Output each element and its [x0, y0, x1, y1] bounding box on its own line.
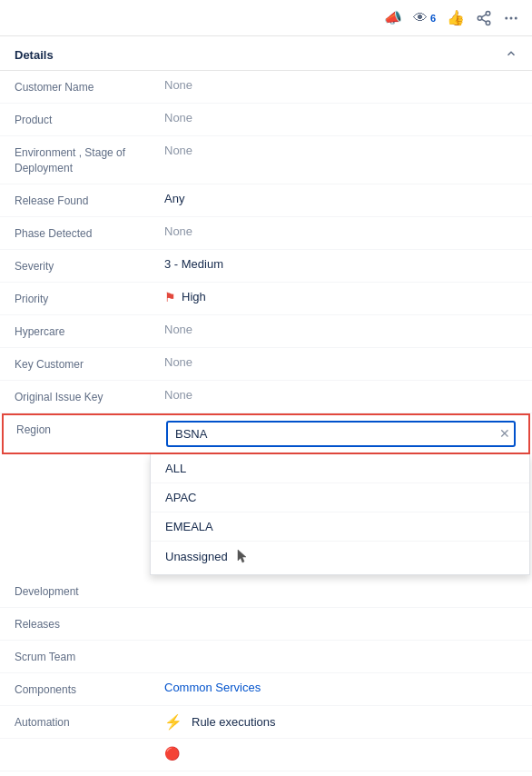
field-priority: Priority ⚑ High	[0, 283, 532, 315]
svg-line-3	[481, 19, 486, 22]
lightning-icon: ⚡	[164, 713, 182, 731]
svg-point-5	[505, 16, 507, 19]
value-components[interactable]: Common Services	[164, 681, 517, 694]
svg-point-2	[486, 21, 490, 25]
field-phase-detected: Phase Detected None	[0, 217, 532, 250]
field-release-found: Release Found Any	[0, 184, 532, 217]
field-environment: Environment , Stage of Deployment None	[0, 136, 532, 184]
field-customer-name: Customer Name None	[0, 71, 532, 104]
value-hypercare[interactable]: None	[164, 323, 517, 336]
svg-line-4	[481, 14, 486, 16]
label-hypercare: Hypercare	[15, 323, 164, 340]
value-last: 🔴	[164, 746, 517, 761]
region-input-wrapper: ✕	[166, 421, 516, 447]
label-environment: Environment , Stage of Deployment	[15, 144, 164, 176]
field-development: Development	[0, 575, 532, 608]
field-components: Components Common Services	[0, 673, 532, 706]
label-automation: Automation	[15, 713, 164, 731]
priority-flag-icon: ⚑	[164, 290, 176, 304]
value-priority[interactable]: ⚑ High	[164, 290, 517, 304]
priority-text: High	[182, 290, 206, 303]
label-components: Components	[15, 681, 164, 698]
label-key-customer: Key Customer	[15, 355, 164, 373]
label-phase-detected: Phase Detected	[15, 224, 164, 242]
cursor-pointer-icon	[234, 549, 249, 567]
value-product[interactable]: None	[164, 111, 517, 124]
field-region: Region ✕	[2, 413, 530, 454]
field-last: 🔴	[0, 739, 532, 771]
value-original-issue-key[interactable]: None	[164, 388, 517, 402]
region-dropdown: ALL APAC EMEALA Unassigned	[150, 454, 530, 575]
label-original-issue-key: Original Issue Key	[15, 388, 164, 405]
value-severity[interactable]: 3 - Medium	[164, 257, 517, 271]
label-severity: Severity	[15, 257, 164, 274]
label-development: Development	[15, 582, 164, 600]
field-key-customer: Key Customer None	[0, 348, 532, 381]
value-release-found[interactable]: Any	[164, 192, 517, 205]
watch-count: 6	[430, 13, 436, 24]
label-product: Product	[15, 111, 164, 128]
value-automation: ⚡ Rule executions	[164, 713, 517, 731]
dropdown-item-all[interactable]: ALL	[151, 454, 529, 483]
chevron-up-icon[interactable]	[505, 47, 517, 63]
label-last	[15, 746, 164, 748]
region-input[interactable]	[166, 421, 516, 447]
issue-icon: 🔴	[164, 746, 180, 761]
more-icon[interactable]	[503, 10, 519, 26]
dropdown-item-unassigned[interactable]: Unassigned	[151, 542, 529, 574]
field-severity: Severity 3 - Medium	[0, 250, 532, 283]
megaphone-icon[interactable]: 📣	[384, 9, 402, 26]
details-header: Details	[0, 36, 532, 71]
label-releases: Releases	[15, 615, 164, 632]
field-releases: Releases	[0, 608, 532, 641]
region-clear-button[interactable]: ✕	[499, 426, 510, 441]
eye-icon[interactable]: 👁 6	[413, 10, 436, 26]
svg-point-0	[486, 11, 490, 15]
field-list: Customer Name None Product None Environm…	[0, 71, 532, 454]
field-original-issue-key: Original Issue Key None	[0, 381, 532, 413]
value-environment[interactable]: None	[164, 144, 517, 157]
share-icon[interactable]	[476, 10, 492, 26]
label-priority: Priority	[15, 290, 164, 307]
dropdown-item-apac[interactable]: APAC	[151, 483, 529, 512]
components-link[interactable]: Common Services	[164, 681, 261, 694]
svg-point-6	[510, 16, 513, 19]
value-key-customer[interactable]: None	[164, 355, 517, 369]
automation-text: Rule executions	[192, 715, 276, 729]
value-customer-name[interactable]: None	[164, 78, 517, 92]
field-automation: Automation ⚡ Rule executions	[0, 706, 532, 739]
topbar: 📣 👁 6 👍	[0, 0, 532, 36]
thumbsup-icon[interactable]: 👍	[447, 9, 465, 26]
label-scrum-team: Scrum Team	[15, 648, 164, 665]
field-scrum-team: Scrum Team	[0, 641, 532, 673]
dropdown-item-emeala[interactable]: EMEALA	[151, 512, 529, 542]
label-release-found: Release Found	[15, 192, 164, 209]
svg-point-7	[515, 16, 517, 19]
details-title: Details	[15, 48, 54, 62]
field-hypercare: Hypercare None	[0, 315, 532, 348]
value-phase-detected[interactable]: None	[164, 224, 517, 238]
label-customer-name: Customer Name	[15, 78, 164, 95]
label-region: Region	[16, 421, 166, 438]
svg-point-1	[478, 15, 482, 20]
field-list-lower: Development Releases Scrum Team Componen…	[0, 575, 532, 771]
field-product: Product None	[0, 104, 532, 136]
